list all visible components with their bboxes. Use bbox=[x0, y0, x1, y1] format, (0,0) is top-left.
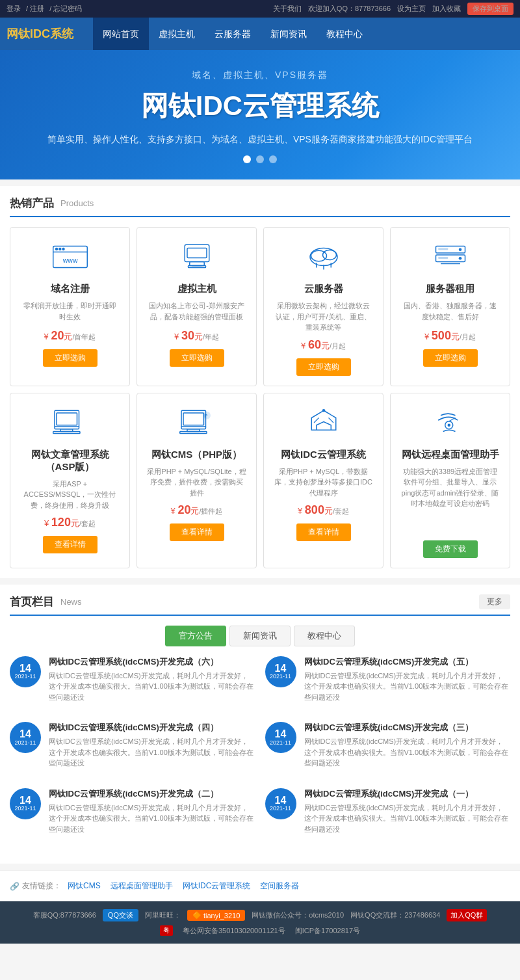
register-link[interactable]: 注册 bbox=[30, 5, 44, 12]
news-more-btn[interactable]: 更多 bbox=[479, 594, 510, 609]
forgot-link[interactable]: 忘记密码 bbox=[53, 5, 82, 12]
aliyun-name[interactable]: 🔶 tianyi_3210 bbox=[187, 910, 245, 921]
asp-cms-detail-btn[interactable]: 查看详情 bbox=[43, 536, 98, 553]
remote-free-btn[interactable]: 免费下载 bbox=[423, 540, 478, 558]
banner-dots bbox=[13, 155, 507, 163]
vhost-price: ¥ 30元/年起 bbox=[147, 329, 246, 343]
aliyun-icon: 🔶 bbox=[192, 911, 202, 920]
server-icon bbox=[428, 237, 473, 276]
svg-point-19 bbox=[458, 248, 462, 252]
cloud-icon bbox=[301, 237, 346, 276]
cloud-price: ¥ 60元/月起 bbox=[274, 338, 373, 352]
product-vhost: 虚拟主机 国内知名上市公司-郑州服安产品，配备功能超强的管理面板 ¥ 30元/年… bbox=[136, 227, 257, 386]
news-date-3: 14 2021-11 bbox=[10, 722, 41, 753]
product-idc-sys: 网钛IDC云管理系统 采用PHP + MySQL，带数据库，支持创梦显外等多接口… bbox=[263, 393, 384, 568]
link-chain-icon: 🔗 bbox=[10, 882, 20, 891]
server-buy-btn[interactable]: 立即选购 bbox=[423, 349, 478, 367]
news-title-6[interactable]: 网钛IDC云管理系统(idcCMS)开发完成（一） bbox=[304, 788, 511, 800]
banner-title: 网钛IDC云管理系统 bbox=[13, 88, 507, 124]
set-home-link[interactable]: 设为主页 bbox=[397, 4, 426, 14]
friend-link-idc[interactable]: 网钛IDC云管理系统 bbox=[183, 881, 251, 892]
tab-official[interactable]: 官方公告 bbox=[165, 626, 226, 646]
svg-point-3 bbox=[58, 248, 60, 250]
svg-rect-25 bbox=[57, 413, 77, 425]
vhost-desc: 国内知名上市公司-郑州服安产品，配备功能超强的管理面板 bbox=[147, 300, 246, 324]
join-qq-btn[interactable]: 加入QQ群 bbox=[447, 909, 487, 921]
news-yearmonth-4: 2021-11 bbox=[270, 740, 291, 747]
hot-products-header: 热销产品 Products bbox=[10, 196, 510, 217]
product-domain: www 域名注册 零利润开放注册，即时开通即时生效 ¥ 20元/首年起 立即选购 bbox=[10, 227, 130, 386]
about-link[interactable]: 关于我们 bbox=[273, 4, 302, 14]
top-bar-left: 登录 / 注册 / 忘记密码 bbox=[6, 4, 85, 14]
banner-dot-1[interactable] bbox=[243, 155, 251, 163]
domain-price: ¥ 20元/首年起 bbox=[20, 329, 120, 343]
links-label-text: 友情链接： bbox=[22, 881, 61, 892]
bottom-bar: 客服QQ:877873666 QQ交谈 阿里旺旺： 🔶 tianyi_3210 … bbox=[0, 901, 520, 944]
svg-point-4 bbox=[62, 248, 64, 250]
domain-desc: 零利润开放注册，即时开通即时生效 bbox=[20, 300, 120, 324]
news-content-1: 网钛IDC云管理系统(idcCMS)开发完成（六） 网钛IDC云管理系统(idc… bbox=[49, 656, 255, 703]
header: 网钛IDC系统 网站首页 虚拟主机 云服务器 新闻资讯 教程中心 bbox=[0, 18, 520, 50]
login-link[interactable]: 登录 bbox=[6, 5, 21, 12]
nav-virtual-host[interactable]: 虚拟主机 bbox=[149, 18, 205, 50]
icp1-text: 粤公网安备350103020001121号 bbox=[183, 926, 285, 936]
nav-cloud-server[interactable]: 云服务器 bbox=[205, 18, 261, 50]
idc-sys-desc: 采用PHP + MySQL，带数据库，支持创梦显外等多接口IDC代理程序 bbox=[274, 466, 373, 499]
svg-rect-28 bbox=[53, 431, 79, 433]
remote-name: 网钛远程桌面管理助手 bbox=[400, 449, 500, 461]
news-title-4[interactable]: 网钛IDC云管理系统(idcCMS)开发完成（三） bbox=[304, 722, 511, 734]
news-item-6: 14 2021-11 网钛IDC云管理系统(idcCMS)开发完成（一） 网钛I… bbox=[265, 788, 511, 835]
news-title-5[interactable]: 网钛IDC云管理系统(idcCMS)开发完成（二） bbox=[49, 788, 255, 800]
news-title-2[interactable]: 网钛IDC云管理系统(idcCMS)开发完成（五） bbox=[304, 656, 511, 668]
news-title-3[interactable]: 网钛IDC云管理系统(idcCMS)开发完成（四） bbox=[49, 722, 255, 734]
hot-products-title: 热销产品 bbox=[10, 196, 54, 211]
svg-point-38 bbox=[447, 423, 450, 427]
idc-sys-price: ¥ 800元/套起 bbox=[274, 503, 373, 517]
qq-chat-btn[interactable]: QQ交谈 bbox=[103, 909, 138, 921]
news-title-1[interactable]: 网钛IDC云管理系统(idcCMS)开发完成（六） bbox=[49, 656, 255, 668]
news-content-4: 网钛IDC云管理系统(idcCMS)开发完成（三） 网钛IDC云管理系统(idc… bbox=[304, 722, 511, 769]
vhost-icon bbox=[174, 237, 220, 276]
tab-news[interactable]: 新闻资讯 bbox=[229, 626, 291, 646]
svg-rect-8 bbox=[189, 262, 204, 266]
qq-group-info: 网钛QQ交流群：237486634 bbox=[350, 910, 440, 920]
remote-desc: 功能强大的3389远程桌面管理软件可分组、批量导入、显示ping状态可admin… bbox=[400, 466, 500, 509]
domain-icon: www bbox=[47, 237, 93, 276]
friend-link-space[interactable]: 空间服务器 bbox=[260, 881, 299, 892]
news-day-1: 14 bbox=[20, 663, 31, 674]
friend-link-remote[interactable]: 远程桌面管理助手 bbox=[110, 881, 173, 892]
news-item-4: 14 2021-11 网钛IDC云管理系统(idcCMS)开发完成（三） 网钛I… bbox=[265, 722, 511, 769]
domain-buy-btn[interactable]: 立即选购 bbox=[43, 349, 98, 367]
vhost-buy-btn[interactable]: 立即选购 bbox=[170, 349, 224, 367]
nav-tutorial[interactable]: 教程中心 bbox=[317, 18, 372, 50]
php-cms-detail-btn[interactable]: 查看详情 bbox=[170, 523, 224, 541]
svg-point-2 bbox=[55, 248, 57, 250]
bottom-bar-row2: 粤 粤公网安备350103020001121号 闽ICP备17002817号 bbox=[6, 925, 514, 936]
banner-dot-2[interactable] bbox=[256, 155, 264, 163]
cloud-buy-btn[interactable]: 立即选购 bbox=[296, 358, 351, 376]
nav-news[interactable]: 新闻资讯 bbox=[261, 18, 317, 50]
domain-name: 域名注册 bbox=[20, 283, 120, 295]
asp-cms-icon bbox=[47, 403, 93, 442]
banner-dot-3[interactable] bbox=[269, 155, 277, 163]
news-item-2: 14 2021-11 网钛IDC云管理系统(idcCMS)开发完成（五） 网钛I… bbox=[265, 656, 511, 703]
tab-tutorial[interactable]: 教程中心 bbox=[294, 626, 355, 646]
banner-desc: 简单实用、操作人性化、支持多方接口、为域名、虚拟主机、VPS服务器商家搭建功能强… bbox=[13, 134, 507, 146]
product-remote: 网钛远程桌面管理助手 功能强大的3389远程桌面管理软件可分组、批量导入、显示p… bbox=[390, 393, 510, 568]
friend-link-cms[interactable]: 网钛CMS bbox=[68, 881, 101, 892]
main-nav: 网站首页 虚拟主机 云服务器 新闻资讯 教程中心 bbox=[93, 18, 372, 50]
add-fav-link[interactable]: 加入收藏 bbox=[432, 4, 461, 14]
bottom-bar-row1: 客服QQ:877873666 QQ交谈 阿里旺旺： 🔶 tianyi_3210 … bbox=[6, 909, 514, 921]
nav-home[interactable]: 网站首页 bbox=[93, 18, 149, 50]
idc-sys-detail-btn[interactable]: 查看详情 bbox=[296, 523, 351, 541]
news-date-2: 14 2021-11 bbox=[265, 656, 296, 687]
save-desktop-link[interactable]: 保存到桌面 bbox=[467, 3, 514, 15]
news-yearmonth-2: 2021-11 bbox=[270, 674, 291, 680]
svg-rect-10 bbox=[188, 266, 205, 268]
product-cloud: 云服务器 采用微软云架构，经过微软云认证，用户可开/关机、重启、重装系统等 ¥ … bbox=[263, 227, 384, 386]
svg-point-36 bbox=[322, 409, 325, 412]
news-content-6: 网钛IDC云管理系统(idcCMS)开发完成（一） 网钛IDC云管理系统(idc… bbox=[304, 788, 511, 835]
news-excerpt-1: 网钛IDC云管理系统(idcCMS)开发完成，耗时几个月才开发好，这个开发成本也… bbox=[49, 670, 255, 703]
aliyun-label: 阿里旺旺： bbox=[145, 910, 181, 920]
svg-point-13 bbox=[322, 250, 336, 260]
